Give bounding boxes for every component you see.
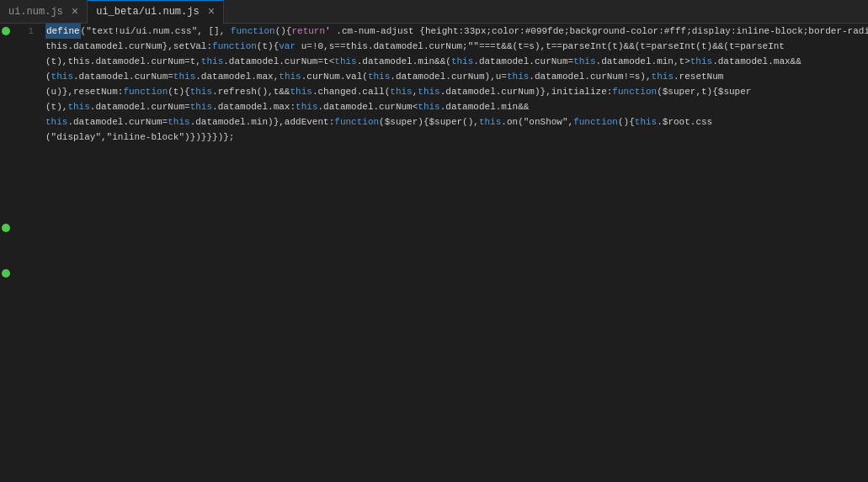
indicator-row-10 xyxy=(0,160,12,175)
indicator-row-8 xyxy=(0,130,12,145)
tab-ui-beta-ui-num-js[interactable]: ui_beta/ui.num.js × xyxy=(88,0,224,24)
line-num-25 xyxy=(15,387,34,402)
indicator-row-29 xyxy=(0,448,12,463)
line-num-16 xyxy=(15,251,34,266)
indicator-row-22 xyxy=(0,342,12,357)
code-line-3: (t),this.datamodel.curNum=t,this.datamod… xyxy=(45,54,868,69)
line-num-27 xyxy=(15,417,34,432)
indicator-row-17 xyxy=(0,266,12,281)
indicator-row-16 xyxy=(0,251,12,266)
indicator-row-2 xyxy=(0,39,12,54)
indicator-row-18 xyxy=(0,281,12,296)
line-num-6 xyxy=(15,99,34,114)
breakpoint-indicator xyxy=(2,27,10,35)
line-num-14 xyxy=(15,220,34,236)
code-line-7: this.datamodel.curNum=this.datamodel.min… xyxy=(45,114,868,130)
line-num-23 xyxy=(15,357,34,372)
indicator-row-4 xyxy=(0,69,12,84)
line-num-5 xyxy=(15,84,34,99)
line-num-15 xyxy=(15,236,34,251)
indicator-row-7 xyxy=(0,114,12,130)
breakpoint-indicator xyxy=(2,224,10,232)
indicator-row-23 xyxy=(0,357,12,372)
indicator-row-25 xyxy=(0,387,12,402)
indicator-row-6 xyxy=(0,99,12,114)
indicator-row-24 xyxy=(0,372,12,387)
code-line-2: this.datamodel.curNum},setVal:function(t… xyxy=(45,39,868,54)
line-num-12 xyxy=(15,190,34,205)
line-num-20 xyxy=(15,311,34,326)
tab-bar: ui.num.js × ui_beta/ui.num.js × xyxy=(0,0,868,24)
indicator-row-9 xyxy=(0,145,12,160)
tab-label: ui_beta/ui.num.js xyxy=(96,6,199,18)
indicator-row-20 xyxy=(0,311,12,326)
indicator-row-26 xyxy=(0,402,12,417)
gutter: 1 xyxy=(0,24,42,482)
indicator-row-11 xyxy=(0,175,12,190)
editor-container: 1 xyxy=(0,24,868,482)
indicator-row-19 xyxy=(0,296,12,311)
line-num-22 xyxy=(15,342,34,357)
tab-label: ui.num.js xyxy=(8,6,63,18)
code-line-6: (t),this.datamodel.curNum=this.datamodel… xyxy=(45,99,868,114)
indicator-row-13 xyxy=(0,205,12,220)
line-indicators xyxy=(0,24,15,482)
tab-close-icon[interactable]: × xyxy=(72,5,78,19)
line-num-28 xyxy=(15,432,34,448)
line-num-13 xyxy=(15,205,34,220)
line-num-10 xyxy=(15,160,34,175)
indicator-row-28 xyxy=(0,432,12,448)
line-num-19 xyxy=(15,296,34,311)
line-num-17 xyxy=(15,266,34,281)
code-editor[interactable]: define("text!ui/ui.num.css", [], functio… xyxy=(42,24,868,482)
line-num-9 xyxy=(15,145,34,160)
code-line-1: define("text!ui/ui.num.css", [], functio… xyxy=(45,24,868,39)
indicator-row-3 xyxy=(0,54,12,69)
line-num-1: 1 xyxy=(15,24,34,39)
line-num-24 xyxy=(15,372,34,387)
line-num-8 xyxy=(15,130,34,145)
code-line-4: (this.datamodel.curNum=this.datamodel.ma… xyxy=(45,69,868,84)
line-num-29 xyxy=(15,448,34,463)
indicator-row-27 xyxy=(0,417,12,432)
indicator-row-15 xyxy=(0,236,12,251)
line-num-30 xyxy=(15,463,34,478)
line-num-4 xyxy=(15,69,34,84)
line-num-3 xyxy=(15,54,34,69)
line-num-2 xyxy=(15,39,34,54)
line-num-7 xyxy=(15,114,34,130)
breakpoint-indicator xyxy=(2,269,10,278)
line-num-11 xyxy=(15,175,34,190)
indicator-row-12 xyxy=(0,190,12,205)
tab-close-icon[interactable]: × xyxy=(208,5,215,19)
indicator-row-5 xyxy=(0,84,12,99)
line-num-26 xyxy=(15,402,34,417)
code-line-8: ("display","inline-block")})}}})}; xyxy=(45,130,868,145)
tab-ui-num-js[interactable]: ui.num.js × xyxy=(0,0,88,24)
line-numbers: 1 xyxy=(15,24,40,482)
line-num-18 xyxy=(15,281,34,296)
indicator-row-30 xyxy=(0,463,12,478)
line-num-21 xyxy=(15,326,34,342)
indicator-row-14 xyxy=(0,220,12,236)
indicator-row-1 xyxy=(0,24,12,39)
indicator-row-21 xyxy=(0,326,12,342)
code-line-5: (u)},resetNum:function(t){this.refresh()… xyxy=(45,84,868,99)
